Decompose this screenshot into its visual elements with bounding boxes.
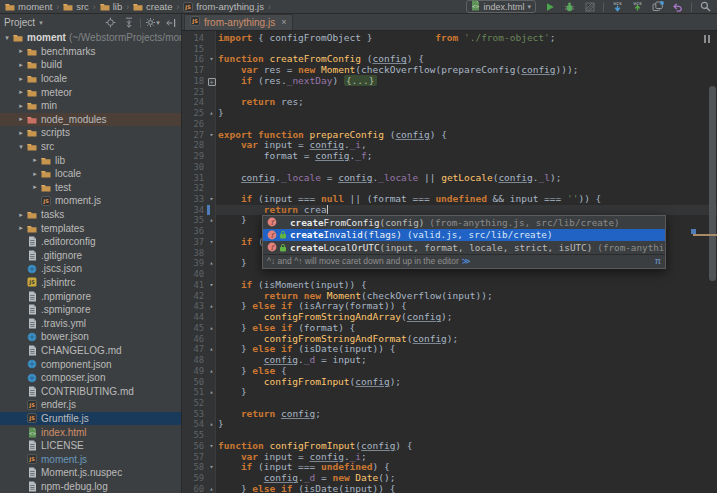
line-number[interactable]: 43 bbox=[182, 301, 207, 312]
tree-item--jscs-json[interactable]: .jscs.json bbox=[0, 262, 181, 276]
tree-item-composer-json[interactable]: composer.json bbox=[0, 371, 181, 385]
line-number[interactable]: 42 bbox=[182, 291, 207, 302]
line-number[interactable]: 37 bbox=[182, 237, 207, 248]
expand-arrow-icon[interactable]: ▸ bbox=[16, 88, 26, 96]
line-number[interactable]: 52 bbox=[182, 398, 207, 409]
tree-item-gruntfile-js[interactable]: JSGruntfile.js bbox=[0, 412, 181, 426]
fold-marker-icon[interactable]: ▾ bbox=[207, 54, 216, 65]
tree-item-moment-js[interactable]: JSmoment.js bbox=[0, 194, 181, 208]
tree-item-contributing-md[interactable]: CONTRIBUTING.md bbox=[0, 384, 181, 398]
tree-item-build[interactable]: ▸build bbox=[0, 58, 181, 72]
fold-marker-icon[interactable]: ▴ bbox=[207, 419, 216, 430]
line-number[interactable]: 41 bbox=[182, 280, 207, 291]
tree-item-test[interactable]: ▸test bbox=[0, 181, 181, 195]
line-number[interactable]: 40 bbox=[182, 269, 207, 280]
line-number[interactable]: 39 bbox=[182, 258, 207, 269]
fold-marker-icon[interactable]: ▴ bbox=[207, 344, 216, 355]
line-number[interactable]: 50 bbox=[182, 377, 207, 388]
tree-item-node-modules[interactable]: ▸node_modules bbox=[0, 113, 181, 127]
tree-item-locale[interactable]: ▸locale bbox=[0, 167, 181, 181]
line-number[interactable]: 59 bbox=[182, 473, 207, 484]
line-number[interactable]: 46 bbox=[182, 334, 207, 345]
completion-item-createinvalid[interactable]: fcreateInvalid(flags)(valid.js, src/lib/… bbox=[263, 229, 665, 242]
expand-arrow-icon[interactable]: ▸ bbox=[16, 102, 26, 110]
code-line-29[interactable]: 29 format = config._f; bbox=[182, 151, 717, 162]
tree-item-moment-js[interactable]: JSmoment.js bbox=[0, 452, 181, 466]
tree-item-lib[interactable]: ▸lib bbox=[0, 153, 181, 167]
fold-marker-icon[interactable]: ▾ bbox=[207, 462, 216, 473]
line-number[interactable]: 44 bbox=[182, 312, 207, 323]
code-line-31[interactable]: 31 config._locale = config._locale || ge… bbox=[182, 173, 717, 184]
tree-item-license[interactable]: LICENSE bbox=[0, 439, 181, 453]
line-number[interactable]: 60 bbox=[182, 484, 207, 493]
tree-item-tasks[interactable]: ▸tasks bbox=[0, 208, 181, 222]
line-number[interactable]: 25 bbox=[182, 108, 207, 119]
expand-arrow-icon[interactable]: ▸ bbox=[30, 156, 40, 164]
line-number[interactable]: 17 bbox=[182, 65, 207, 76]
fold-marker-icon[interactable]: ▾ bbox=[207, 130, 216, 141]
breadcrumb-moment[interactable]: moment bbox=[5, 1, 52, 12]
code-line-25[interactable]: 25▴} bbox=[182, 108, 717, 119]
fold-marker-icon[interactable]: ▴ bbox=[207, 108, 216, 119]
tree-item-src[interactable]: ▾src bbox=[0, 140, 181, 154]
expand-arrow-icon[interactable]: ▸ bbox=[16, 47, 26, 55]
vcs-commit-button[interactable]: VCS bbox=[631, 1, 644, 13]
expand-arrow-icon[interactable]: ▾ bbox=[2, 34, 12, 42]
line-number[interactable]: 15 bbox=[182, 44, 207, 55]
editor-scrollbar[interactable] bbox=[709, 86, 716, 281]
debug-button[interactable] bbox=[563, 1, 576, 13]
completion-item-createfromconfig[interactable]: fcreateFromConfig(config)(from-anything.… bbox=[263, 216, 665, 229]
fold-marker-icon[interactable]: ▴ bbox=[207, 484, 216, 493]
line-number[interactable]: 23 bbox=[182, 87, 207, 98]
line-number[interactable]: 14 bbox=[182, 33, 207, 44]
tree-item--npmignore[interactable]: .npmignore bbox=[0, 289, 181, 303]
run-button[interactable] bbox=[543, 1, 556, 13]
coverage-button[interactable] bbox=[583, 1, 596, 13]
code-line-50[interactable]: 50 configFromInput(config); bbox=[182, 377, 717, 388]
line-number[interactable]: 53 bbox=[182, 409, 207, 420]
changes-button[interactable] bbox=[651, 1, 664, 13]
tree-item-locale[interactable]: ▸locale bbox=[0, 72, 181, 86]
line-number[interactable]: 26 bbox=[182, 119, 207, 130]
line-number[interactable]: 30 bbox=[182, 162, 207, 173]
line-number[interactable]: 38 bbox=[182, 248, 207, 259]
fold-marker-icon[interactable]: ▾ bbox=[207, 441, 216, 452]
code-line-51[interactable]: 51▴ } bbox=[182, 387, 717, 398]
fold-marker-icon[interactable]: ▾ bbox=[207, 237, 216, 248]
code-line-18[interactable]: 18+ if (res._nextDay) {...} bbox=[182, 76, 717, 87]
fold-marker-icon[interactable]: ▴ bbox=[207, 366, 216, 377]
breadcrumb-src[interactable]: src bbox=[63, 1, 89, 12]
settings-button[interactable]: ▾ bbox=[146, 17, 159, 29]
expand-arrow-icon[interactable]: ▸ bbox=[30, 170, 40, 178]
expand-arrow-icon[interactable]: ▸ bbox=[16, 61, 26, 69]
fold-marker-icon[interactable]: ▴ bbox=[207, 301, 216, 312]
vcs-update-button[interactable]: VCS bbox=[611, 1, 624, 13]
completion-hint-link[interactable]: ≫ bbox=[462, 256, 471, 266]
code-line-53[interactable]: 53 return config; bbox=[182, 409, 717, 420]
fold-marker-icon[interactable]: ▴ bbox=[207, 215, 216, 226]
line-number[interactable]: 51 bbox=[182, 387, 207, 398]
code-line-60[interactable]: 60▴ } else if (isDate(input)) { bbox=[182, 484, 717, 493]
tree-item-index-html[interactable]: <>index.html bbox=[0, 425, 181, 439]
breadcrumb-lib[interactable]: lib bbox=[100, 1, 123, 12]
line-number[interactable]: 47 bbox=[182, 344, 207, 355]
tree-item-moment[interactable]: ▾moment(~/WebstormProjects/mom bbox=[0, 31, 181, 45]
line-number[interactable]: 16 bbox=[182, 54, 207, 65]
line-number[interactable]: 32 bbox=[182, 183, 207, 194]
line-number[interactable]: 29 bbox=[182, 151, 207, 162]
tree-item-scripts[interactable]: ▸scripts bbox=[0, 126, 181, 140]
line-number[interactable]: 18 bbox=[182, 76, 207, 87]
line-number[interactable]: 24 bbox=[182, 97, 207, 108]
run-config-select[interactable]: <> index.html ▾ bbox=[466, 0, 536, 13]
inspection-indicator-icon[interactable] bbox=[704, 35, 710, 43]
fold-marker-icon[interactable]: ▾ bbox=[207, 194, 216, 205]
line-number[interactable]: 36 bbox=[182, 226, 207, 237]
undo-button[interactable] bbox=[671, 1, 684, 13]
fold-marker-icon[interactable]: ▴ bbox=[207, 258, 216, 269]
expand-arrow-icon[interactable]: ▸ bbox=[16, 129, 26, 137]
fold-marker-icon[interactable]: ▾ bbox=[207, 280, 216, 291]
tree-item-npm-debug-log[interactable]: npm-debug.log bbox=[0, 480, 181, 493]
expand-arrow-icon[interactable]: ▸ bbox=[16, 224, 26, 232]
completion-sort-icon[interactable]: π bbox=[655, 256, 661, 266]
close-icon[interactable]: × bbox=[281, 17, 286, 27]
